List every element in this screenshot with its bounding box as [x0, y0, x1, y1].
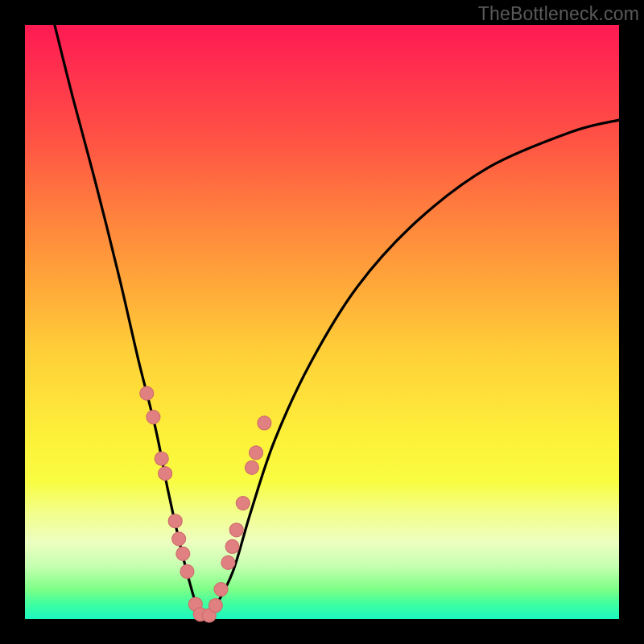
watermark-label: TheBottleneck.com: [478, 3, 639, 25]
chart-frame: TheBottleneck.com: [0, 0, 644, 644]
plot-gradient-background: [25, 25, 619, 619]
